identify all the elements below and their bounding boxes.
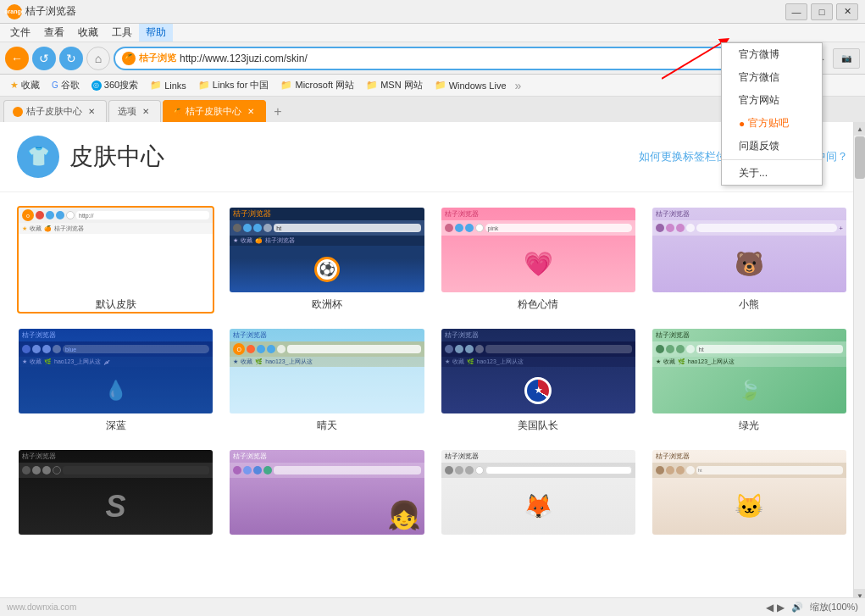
menu-favorites[interactable]: 收藏	[71, 24, 105, 42]
bookmark-favorites[interactable]: ★ 收藏	[5, 77, 45, 93]
skin-card-anime[interactable]: 桔子浏览器 👧 动漫	[228, 448, 425, 556]
google-icon: G	[52, 80, 58, 90]
skin-card-default[interactable]: o http:// ★ 收藏 🍊 桔子浏览器	[17, 206, 214, 314]
dropdown-weixin[interactable]: 官方微信	[722, 66, 822, 89]
status-bar: www.downxia.com ◀ ▶ 🔊 缩放(100%)	[0, 597, 865, 616]
address-bar: 🍊 桔子浏览	[114, 47, 758, 70]
bookmark-microsoft[interactable]: 📁 Microsoft 网站	[275, 77, 359, 93]
menu-file[interactable]: 文件	[3, 24, 37, 42]
scroll-up-button[interactable]: ▲	[854, 122, 865, 136]
tab-icon	[13, 107, 23, 117]
tab-icon-active: 🍊	[172, 107, 182, 117]
dropdown-weibo[interactable]: 官方微博	[722, 43, 822, 66]
tab-close-1[interactable]: ✕	[86, 106, 97, 118]
skin-card-bear[interactable]: 桔子浏览器 + 🐻 小熊	[651, 206, 848, 314]
skin-name-deepblue: 深蓝	[106, 419, 126, 433]
window-controls: — □ ✕	[785, 3, 858, 20]
tab-close-3[interactable]: ✕	[245, 106, 257, 118]
app-logo: orange	[7, 4, 22, 19]
skin-card-deepblue[interactable]: 桔子浏览器 blue ★收藏🌿hao123_上网从这🌶 💧	[17, 327, 214, 435]
back-button[interactable]: ←	[5, 47, 29, 70]
minimize-button[interactable]: —	[785, 3, 807, 20]
status-arrows-left[interactable]: ◀	[766, 602, 774, 613]
main-content: 👕 皮肤中心 如何更换标签栏位置：放在顶部或者中间？ o http://	[0, 122, 865, 616]
dropdown-website[interactable]: 官方网站	[722, 89, 822, 112]
refresh-button[interactable]: ↺	[32, 47, 56, 70]
dropdown-feedback[interactable]: 问题反馈	[722, 135, 822, 158]
new-tab-button[interactable]: +	[268, 102, 288, 122]
menu-view[interactable]: 查看	[37, 24, 71, 42]
skin-preview-pink: 桔子浏览器 pink 💗	[441, 208, 635, 292]
page-icon-char: 👕	[27, 146, 50, 168]
maximize-button[interactable]: □	[811, 3, 833, 20]
tab-skin-center-1[interactable]: 桔子皮肤中心 ✕	[3, 100, 107, 122]
skin-name-captain: 美国队长	[518, 419, 558, 433]
skin-card-green[interactable]: 桔子浏览器 ht ★收藏🌿hao123_上网从这 🍃	[651, 327, 848, 435]
skin-card-captain[interactable]: 桔子浏览器 ★收藏🌿hao123_上网从这 ★	[440, 327, 637, 435]
status-watermark: www.downxia.com	[7, 602, 76, 612]
skin-name-sunny: 晴天	[317, 419, 337, 433]
logo-text: orange	[4, 8, 24, 14]
menu-tools[interactable]: 工具	[105, 24, 139, 42]
bookmark-windows-live[interactable]: 📁 Windows Live	[430, 78, 512, 92]
sound-icon[interactable]: 🔊	[791, 602, 803, 613]
zoom-control[interactable]: 缩放(100%)	[810, 601, 858, 613]
app-title: 桔子浏览器	[25, 4, 785, 19]
skin-card-sunny[interactable]: 桔子浏览器 O ★收藏🌿hao123_上网从这 晴天	[228, 327, 425, 435]
skin-name-default: 默认皮肤	[96, 297, 136, 312]
page-icon: 👕	[17, 136, 59, 178]
skin-name-pink: 粉色心情	[518, 297, 558, 312]
tab-options[interactable]: 选项 ✕	[108, 100, 161, 122]
folder-icon: 📁	[280, 80, 292, 91]
bookmarks-more[interactable]: »	[515, 79, 522, 92]
bookmark-360[interactable]: ◎ 360搜索	[86, 77, 143, 93]
skin-card-fox[interactable]: 桔子浏览器 🦊 狐狸	[440, 448, 637, 556]
scrollbar[interactable]: ▲ ▼	[853, 122, 865, 616]
skin-preview-anime: 桔子浏览器 👧	[230, 450, 424, 535]
skin-preview-fox: 桔子浏览器 🦊	[441, 450, 635, 535]
dropdown-tieba[interactable]: ● 官方贴吧	[722, 112, 822, 135]
skin-preview-cat: 桔子浏览器 ht 🐱	[652, 450, 846, 535]
menu-bar: 文件 查看 收藏 工具 帮助 官方微博 官方微信 官方网站 ● 官方贴吧 问题反…	[0, 24, 865, 42]
help-dropdown: 官方微博 官方微信 官方网站 ● 官方贴吧 问题反馈 关于...	[721, 42, 823, 186]
skin-preview-euro: 桔子浏览器 ht ★收藏🍊桔子浏览器 ⚽	[230, 208, 424, 292]
skin-preview-captain: 桔子浏览器 ★收藏🌿hao123_上网从这 ★	[441, 329, 635, 413]
skin-card-black[interactable]: 桔子浏览器 S 黑色	[17, 448, 214, 556]
home-button[interactable]: ⌂	[86, 47, 110, 70]
skin-name-green: 绿光	[739, 419, 759, 433]
address-site-name: 桔子浏览	[139, 52, 176, 64]
menu-help[interactable]: 帮助	[139, 24, 173, 42]
skin-card-pink[interactable]: 桔子浏览器 pink 💗 粉色心情	[440, 206, 637, 314]
folder-icon: 📁	[366, 80, 378, 91]
tab-skin-center-2[interactable]: 🍊 桔子皮肤中心 ✕	[163, 100, 266, 122]
bookmark-links[interactable]: 📁 Links	[145, 78, 191, 92]
skin-preview-sunny: 桔子浏览器 O ★收藏🌿hao123_上网从这	[230, 329, 424, 413]
skin-name-bear: 小熊	[739, 297, 759, 312]
page-title: 皮肤中心	[69, 141, 164, 173]
skin-preview-deepblue: 桔子浏览器 blue ★收藏🌿hao123_上网从这🌶 💧	[19, 329, 213, 413]
dropdown-about[interactable]: 关于...	[722, 162, 822, 185]
skin-card-cat[interactable]: 桔子浏览器 ht 🐱 猫咪	[651, 448, 848, 556]
forward-button[interactable]: ↻	[59, 47, 83, 70]
folder-icon: 📁	[435, 80, 446, 91]
address-input[interactable]	[180, 53, 750, 64]
skin-preview-default: o http:// ★ 收藏 🍊 桔子浏览器	[19, 208, 213, 292]
skin-preview-green: 桔子浏览器 ht ★收藏🌿hao123_上网从这 🍃	[652, 329, 846, 413]
bookmark-msn[interactable]: 📁 MSN 网站	[361, 77, 428, 93]
bookmark-google[interactable]: G 谷歌	[47, 77, 85, 93]
skin-card-euro[interactable]: 桔子浏览器 ht ★收藏🍊桔子浏览器 ⚽	[228, 206, 425, 314]
dropdown-divider	[722, 159, 822, 160]
skin-preview-black: 桔子浏览器 S	[19, 450, 213, 535]
screenshot-button[interactable]: 📷	[833, 48, 860, 69]
tab-close-2[interactable]: ✕	[140, 106, 152, 118]
close-button[interactable]: ✕	[836, 3, 858, 20]
bookmark-links-china[interactable]: 📁 Links for 中国	[193, 77, 274, 93]
status-arrows-right[interactable]: ▶	[777, 602, 785, 613]
scroll-thumb[interactable]	[855, 136, 865, 179]
page-title-section: 👕 皮肤中心	[17, 136, 164, 178]
skin-name-euro: 欧洲杯	[312, 297, 342, 312]
folder-icon: 📁	[150, 80, 162, 91]
title-bar: orange 桔子浏览器 — □ ✕	[0, 0, 865, 24]
secure-icon: 🍊	[122, 52, 136, 65]
360-icon: ◎	[91, 80, 102, 91]
